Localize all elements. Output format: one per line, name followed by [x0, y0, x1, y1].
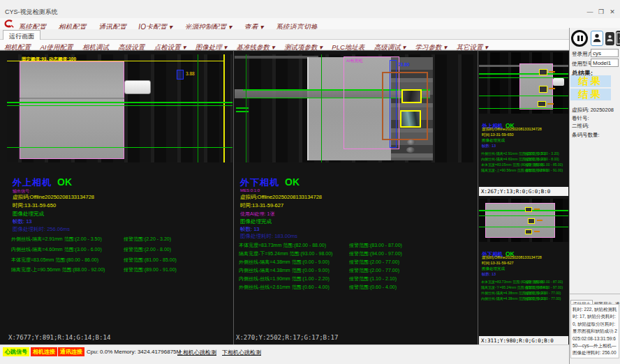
signal-line: MES:0:1:0: [240, 188, 260, 192]
process-done-line: 图像处理完成: [482, 266, 505, 271]
defect-roi-yellow: [525, 229, 532, 234]
measure-value-label: 73.80: [398, 62, 409, 67]
time-line: 时间:13-31-59-650: [482, 132, 514, 137]
result-ok-badge: OK: [285, 176, 300, 188]
heartbeat-status-badge: 心跳信号: [3, 347, 29, 356]
defect-roi-yellow: [538, 101, 546, 107]
roi-brown: [382, 72, 428, 140]
operator-mode-button[interactable]: [591, 31, 603, 46]
measurement-row: 本体宽度=83.05mm 范围:(80.00 - 86.00) 报警范围:(81…: [7, 257, 232, 266]
annotation-mark: [534, 208, 540, 210]
alarm-range-text: 报警范围:(2.00 - 77.00): [349, 267, 399, 274]
login-user-input[interactable]: [591, 49, 619, 57]
measurement-text: 外侧丝线-隔离=4.38mm 范围:(0.00 - 9.00): [239, 259, 330, 266]
mini-product-region: [485, 203, 555, 238]
mini-bottom-camera-image[interactable]: [479, 199, 568, 242]
baseline-green: [479, 108, 568, 109]
exit-door-icon: [616, 31, 620, 46]
alarm-range-text: 报警范围:(89.00 - 91.00): [525, 168, 563, 172]
barcode-line: 虚拟码:Offline20250208133134728: [482, 255, 542, 260]
bolt-feature: [406, 147, 415, 153]
user-icon: [592, 33, 602, 43]
title-bar: CYS-视觉检测系统 — ❐ ✕: [0, 0, 620, 18]
measurement-row: 隔离宽度-上=90.56mm 范围:(88.00 - 92.00) 报警范围:(…: [7, 266, 232, 275]
mini-top-camera-image[interactable]: [479, 52, 568, 114]
admin-mode-button[interactable]: [605, 32, 614, 45]
baseline-green: [7, 147, 232, 148]
process-done-line: 图像处理完成: [240, 218, 272, 225]
alarm-range-text: 报警范围:(83.00 - 87.00): [349, 242, 402, 249]
frame-line: 帧数: 13: [13, 218, 32, 225]
measurement-text: 隔离宽度-下=95.24mm 范围:(93.00 - 98.00): [239, 250, 332, 257]
mini-top-pixel-coordinates: X:267;Y:13;R:0;G:0;B:0: [479, 187, 568, 196]
baseline-green: [479, 210, 568, 211]
pause-button[interactable]: [571, 30, 588, 47]
tab-run-screen[interactable]: 运行画面: [3, 30, 40, 40]
left-pixel-coordinates: X:7677;Y:891;R:14;G:14;B:14: [8, 334, 110, 341]
minimize-icon[interactable]: —: [585, 8, 595, 15]
alarm-range-text: 报警范围:(2.00 - 8.00): [124, 246, 171, 253]
camera-connection-badge: 相机连接: [31, 347, 57, 356]
baseline-green-vertical: [321, 54, 322, 162]
lower-camera-heartbeat-link[interactable]: 下相机心跳检测: [222, 349, 261, 356]
exit-button[interactable]: [616, 31, 620, 46]
measurement-row: 隔离宽度-上=90.56mm 范围:(88.00 - 92.00) 报警范围:(…: [479, 168, 567, 174]
middle-camera-image[interactable]: AI检测框 73.80: [235, 54, 477, 162]
alarm-range-text: 报警范围:(0.60 - 4.00): [349, 284, 397, 291]
measure-roi-blue: [177, 70, 184, 79]
annotation-mark: [534, 231, 540, 232]
annotation-mark: [549, 88, 555, 89]
alarm-range-text: 报警范围:(1.10 - 2.10): [349, 275, 397, 282]
defect-roi-yellow: [539, 86, 547, 93]
baseline-green: [479, 96, 568, 96]
measurement-text: 外侧丝线-丝线=2.61mm 范围:(0.60 - 4.00): [239, 284, 330, 291]
pause-icon: [581, 36, 583, 41]
panel-separator: [478, 50, 478, 344]
qr-code-label: 二维码:: [572, 123, 589, 130]
baseline-green: [479, 215, 568, 216]
frame-line: 帧数: 13: [482, 144, 496, 149]
model-input[interactable]: [591, 59, 619, 67]
close-icon[interactable]: ✕: [607, 8, 617, 15]
panel-separator: [233, 50, 234, 344]
measurement-text: 内侧丝线-丝线=1.90mm 范围:(1.00 - 2.20): [239, 275, 330, 282]
alarm-range-text: 报警范围:(2.00 - 8.00): [525, 157, 559, 161]
process-done-line: 图像处理完成: [13, 211, 44, 218]
camera-name: 外上相机: [13, 177, 52, 188]
process-done-line: 图像处理完成: [482, 138, 505, 143]
barcode-line: 虚拟码:Offline20250208133134728: [482, 127, 542, 132]
maximize-icon[interactable]: ❐: [596, 8, 606, 15]
result-display-lower: 结果: [570, 89, 611, 100]
elapsed-line: 图像处理耗时: 256.06ms: [13, 226, 70, 233]
middle-pixel-coordinates: X:270;Y:2502;R:17;G:17;B:17: [236, 334, 338, 341]
product-edge: [20, 98, 124, 99]
barcode-line: 虚拟码:Offline20250208133134728: [240, 194, 322, 201]
barcode-count-label: 条码号数量:: [572, 132, 600, 139]
ai-box-label: AI检测框: [346, 58, 363, 64]
measurement-text: 本体宽度=83.05mm 范围:(80.00 - 86.00): [11, 257, 98, 264]
log-text-area[interactable]: 耗时: 222, 缺陷检测耗时: 17, 缺陷分类耗时: 0, 缺陷提取分区耗时…: [570, 304, 619, 358]
baseline-green-vertical: [198, 54, 198, 162]
calibration-vline-yellow: [223, 54, 225, 162]
window-title: CYS-视觉检测系统: [5, 8, 58, 17]
alarm-range-text: 报警范围:(2.00 - 77.00): [349, 259, 399, 266]
status-bar: 心跳信号 相机连接 通讯连接 Cpu: 0.0% Memory: 3424.41…: [0, 344, 569, 364]
alarm-range-text: 报警范围:(2.00 - 77.00): [525, 291, 561, 295]
left-camera-image[interactable]: 3.88 固定阈值:93, 动态阈值:100: [7, 54, 232, 162]
left-camera-title-row: 外上相机OK: [13, 176, 72, 189]
upper-camera-heartbeat-link[interactable]: 上相机心跳检测: [177, 349, 216, 356]
barcode-line: 虚拟码:Offline20250208133134728: [13, 194, 94, 201]
machine-edge: [235, 56, 318, 59]
measurement-row: 外侧丝线-隔离=2.91mm 范围:(2.00 - 3.50) 报警范围:(2.…: [7, 236, 232, 245]
measurement-row: 隔离宽度-下=95.24mm 范围:(93.00 - 98.00) 报警范围:(…: [479, 285, 567, 291]
annotation-mark: [549, 71, 555, 73]
time-line: 时间:13-31-59-627: [482, 261, 514, 266]
alarm-range-text: 报警范围:(2.20 - 3.20): [525, 151, 559, 156]
app-window: CYS-视觉检测系统 — ❐ ✕ 系统配置 相机配置 通讯配置 IO卡配置 ▾ …: [0, 0, 620, 364]
annotation-mark: [537, 220, 542, 221]
alarm-range-text: 报警范围:(89.00 - 91.00): [124, 266, 177, 273]
alarm-range-text: 报警范围:(2.00 - 77.00): [525, 296, 561, 301]
defect-roi-yellow: [539, 69, 547, 75]
camera-name: 外下相机: [240, 177, 279, 188]
tab-strip: [0, 29, 569, 40]
